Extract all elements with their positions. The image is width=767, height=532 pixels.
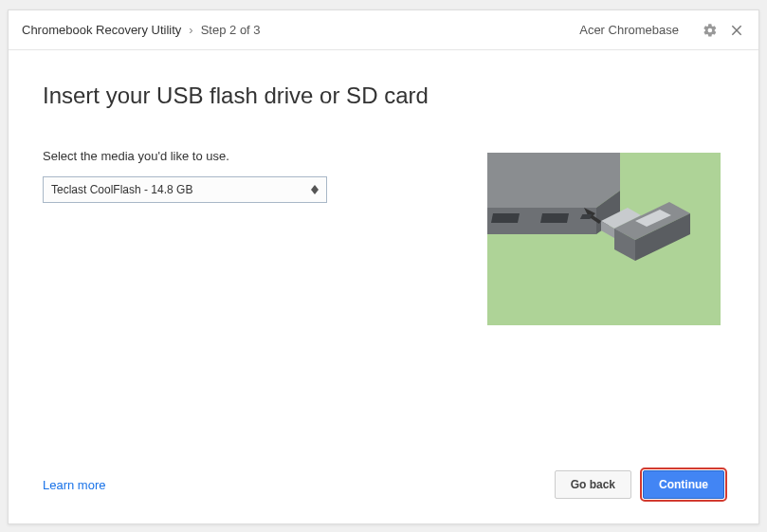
- gear-icon[interactable]: [702, 22, 719, 39]
- usb-illustration: [487, 153, 721, 325]
- select-arrows-icon: [309, 185, 320, 194]
- continue-button[interactable]: Continue: [643, 470, 724, 499]
- device-name: Acer Chromebase: [579, 23, 679, 37]
- recovery-utility-window: Chromebook Recovery Utility › Step 2 of …: [8, 9, 759, 524]
- page-heading: Insert your USB flash drive or SD card: [43, 83, 724, 109]
- step-indicator: Step 2 of 3: [201, 23, 261, 37]
- header-bar: Chromebook Recovery Utility › Step 2 of …: [9, 10, 758, 50]
- media-select-value: Teclast CoolFlash - 14.8 GB: [51, 183, 309, 196]
- close-icon[interactable]: [728, 22, 745, 39]
- footer-bar: Learn more Go back Continue: [43, 470, 724, 499]
- app-title: Chromebook Recovery Utility: [22, 23, 181, 37]
- learn-more-link[interactable]: Learn more: [43, 478, 105, 492]
- svg-marker-2: [487, 153, 620, 208]
- svg-marker-6: [540, 213, 569, 223]
- breadcrumb-chevron: ›: [189, 23, 192, 37]
- svg-marker-1: [311, 190, 319, 194]
- go-back-button[interactable]: Go back: [555, 470, 631, 499]
- svg-marker-5: [491, 213, 520, 223]
- media-select[interactable]: Teclast CoolFlash - 14.8 GB: [43, 176, 327, 203]
- content-area: Insert your USB flash drive or SD card S…: [9, 50, 758, 523]
